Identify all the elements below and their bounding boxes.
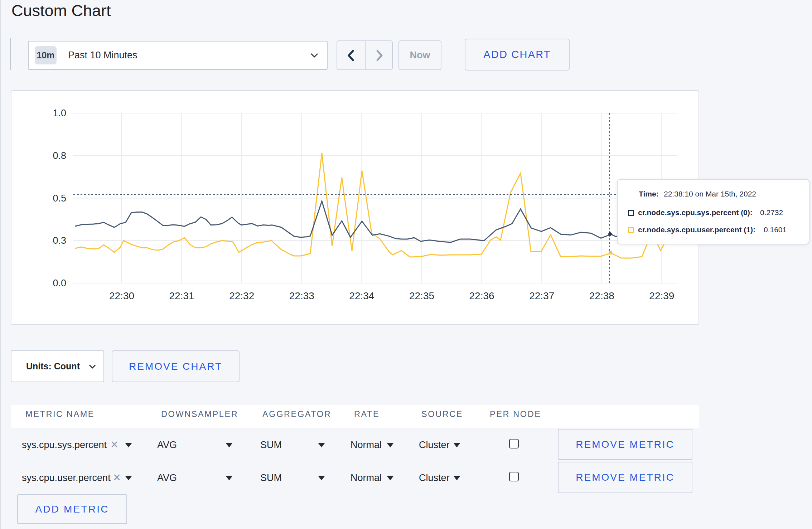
svg-text:22:36: 22:36 — [469, 290, 494, 301]
svg-text:22:33: 22:33 — [289, 290, 314, 301]
svg-text:0.3: 0.3 — [53, 235, 66, 246]
svg-text:0.0: 0.0 — [53, 278, 66, 288]
svg-text:22:32: 22:32 — [229, 290, 254, 301]
svg-text:0.8: 0.8 — [53, 150, 66, 161]
svg-text:22:35: 22:35 — [409, 290, 434, 301]
svg-text:0.5: 0.5 — [53, 193, 66, 204]
svg-text:22:34: 22:34 — [349, 290, 374, 301]
svg-text:22:30: 22:30 — [109, 290, 134, 301]
svg-text:1.0: 1.0 — [53, 108, 66, 118]
svg-text:22:37: 22:37 — [529, 290, 554, 301]
svg-text:22:39: 22:39 — [649, 290, 674, 301]
svg-text:22:38: 22:38 — [589, 290, 614, 301]
svg-text:22:31: 22:31 — [169, 290, 194, 301]
